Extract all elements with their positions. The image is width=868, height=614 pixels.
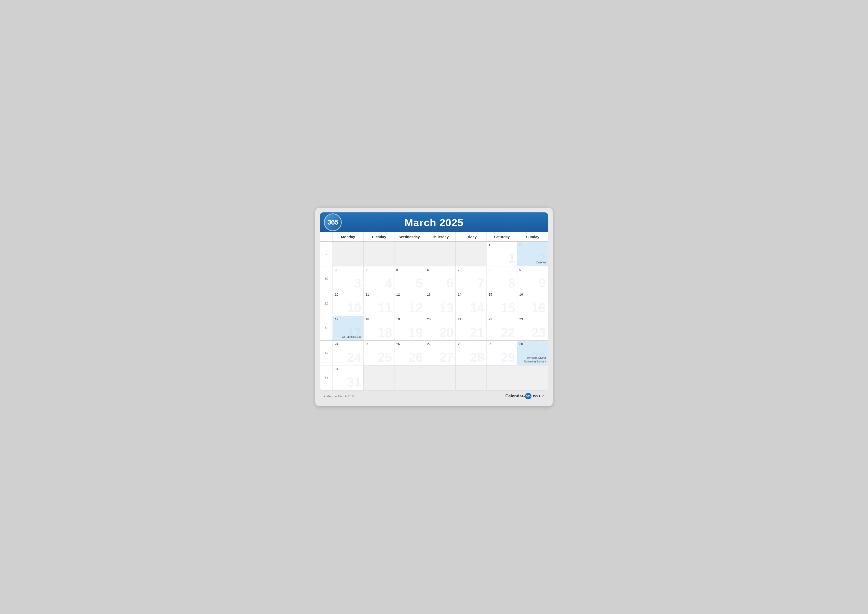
- day-number: 9: [519, 268, 546, 272]
- day-header-saturday: Saturday: [487, 232, 517, 241]
- day-watermark: 20: [439, 326, 454, 339]
- day-number: 3: [335, 268, 361, 272]
- day-header-friday: Friday: [456, 232, 487, 241]
- day-cell: 1010: [333, 291, 363, 316]
- day-number: 7: [458, 268, 484, 272]
- day-number: 16: [519, 293, 546, 296]
- brand-prefix: Calendar-: [505, 394, 525, 399]
- day-number: 17: [335, 317, 361, 321]
- day-cell: 2323: [518, 316, 548, 341]
- day-cell: [456, 242, 487, 266]
- day-number: 12: [397, 293, 423, 296]
- day-cell: 2828: [456, 341, 487, 365]
- day-number: 14: [458, 293, 484, 296]
- day-number: 5: [397, 268, 423, 272]
- day-headers-row: Monday Tuesday Wednesday Thursday Friday…: [320, 232, 548, 242]
- day-watermark: 10: [347, 301, 361, 314]
- day-watermark: 31: [347, 376, 361, 389]
- day-watermark: 13: [439, 301, 454, 314]
- day-watermark: 5: [416, 277, 423, 289]
- calendar-header: 365 March 2025: [320, 213, 548, 232]
- day-cell: [333, 242, 363, 266]
- event-label: Daylight Saving Mothering Sunday: [524, 356, 546, 363]
- footer-label: Calendar March 2025: [324, 395, 355, 398]
- day-watermark: 8: [508, 277, 515, 289]
- day-cell: 2626: [394, 341, 425, 365]
- day-cell: 33: [333, 266, 363, 291]
- day-cell: 1414: [456, 291, 487, 316]
- week-num-10: 10: [320, 266, 333, 291]
- day-number: 15: [488, 293, 515, 296]
- day-number: 18: [366, 317, 392, 321]
- day-watermark: 22: [501, 326, 515, 339]
- day-cell: 1111: [363, 291, 394, 316]
- day-watermark: 12: [409, 301, 423, 314]
- day-cell: [363, 242, 394, 266]
- day-cell: 3131: [333, 365, 363, 390]
- calendar-grid: 91122Carnival103344556677889911101011111…: [320, 242, 548, 390]
- calendar-footer: Calendar March 2025 Calendar- 365 .co.uk: [320, 390, 548, 402]
- day-header-tuesday: Tuesday: [363, 232, 394, 241]
- day-watermark: 29: [501, 351, 515, 364]
- day-number: 8: [488, 268, 515, 272]
- day-number: 22: [488, 317, 515, 321]
- logo-circle: 365: [324, 213, 342, 231]
- day-watermark: 16: [532, 301, 546, 314]
- day-watermark: 4: [385, 277, 392, 289]
- day-cell: 1818: [363, 316, 394, 341]
- day-number: 31: [335, 367, 361, 371]
- brand-circle: 365: [525, 393, 532, 399]
- week-num-14: 14: [320, 365, 333, 390]
- day-watermark: 11: [378, 301, 392, 314]
- day-number: 25: [366, 342, 392, 346]
- day-watermark: 21: [470, 326, 485, 339]
- day-header-wednesday: Wednesday: [394, 232, 425, 241]
- day-header-monday: Monday: [333, 232, 363, 241]
- day-number: 11: [366, 293, 392, 296]
- day-number: 6: [427, 268, 454, 272]
- footer-brand: Calendar- 365 .co.uk: [505, 393, 544, 399]
- day-number: 26: [397, 342, 423, 346]
- day-watermark: 26: [409, 351, 423, 364]
- day-cell: [363, 365, 394, 390]
- day-watermark: 7: [477, 277, 485, 289]
- calendar-title: March 2025: [405, 217, 464, 229]
- day-watermark: 19: [409, 326, 423, 339]
- day-number: 1: [488, 243, 515, 247]
- day-cell: 2424: [333, 341, 363, 365]
- day-cell: 2525: [363, 341, 394, 365]
- day-cell: 55: [394, 266, 425, 291]
- week-num-12: 12: [320, 316, 333, 341]
- day-number: 20: [427, 317, 454, 321]
- day-number: 21: [458, 317, 484, 321]
- day-cell: 88: [487, 266, 517, 291]
- day-cell: 1313: [425, 291, 456, 316]
- day-number: 2: [519, 243, 546, 247]
- day-cell: 11: [487, 242, 517, 266]
- day-cell: 1919: [394, 316, 425, 341]
- day-cell: [456, 365, 487, 390]
- event-label: St Patrick's Day: [342, 335, 361, 339]
- day-number: 30: [519, 342, 546, 346]
- day-number: 27: [427, 342, 454, 346]
- day-cell: [487, 365, 517, 390]
- day-number: 23: [519, 317, 546, 321]
- day-number: 28: [458, 342, 484, 346]
- day-cell: 2929: [487, 341, 517, 365]
- day-cell: [425, 242, 456, 266]
- day-cell: 2222: [487, 316, 517, 341]
- event-label: Carnival: [536, 261, 546, 264]
- day-watermark: 9: [539, 277, 546, 289]
- day-cell: 3030Daylight Saving Mothering Sunday: [518, 341, 548, 365]
- day-cell: 22Carnival: [518, 242, 548, 266]
- calendar-container: 365 March 2025 Monday Tuesday Wednesday …: [320, 212, 548, 390]
- day-cell: 66: [425, 266, 456, 291]
- week-num-13: 13: [320, 341, 333, 365]
- week-num-9: 9: [320, 242, 333, 266]
- day-watermark: 3: [354, 277, 361, 289]
- day-cell: [394, 365, 425, 390]
- day-watermark: 18: [378, 326, 392, 339]
- day-cell: 44: [363, 266, 394, 291]
- day-cell: 1717St Patrick's Day: [333, 316, 363, 341]
- day-cell: 1212: [394, 291, 425, 316]
